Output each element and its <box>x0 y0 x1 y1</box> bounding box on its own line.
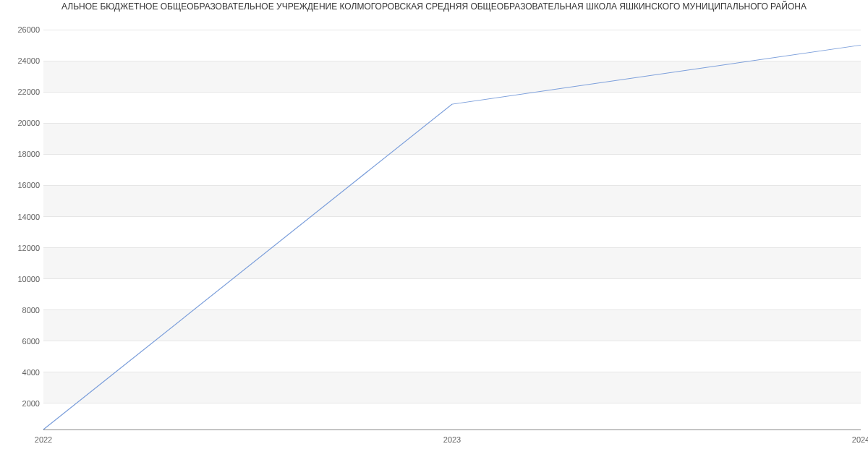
y-tick-label: 12000 <box>0 244 40 252</box>
y-tick-label: 16000 <box>0 181 40 189</box>
y-tick-label: 14000 <box>0 213 40 221</box>
chart-title: АЛЬНОЕ БЮДЖЕТНОЕ ОБЩЕОБРАЗОВАТЕЛЬНОЕ УЧР… <box>0 1 868 12</box>
y-tick-label: 26000 <box>0 25 40 34</box>
y-tick-label: 22000 <box>0 87 40 96</box>
x-tick-label: 2023 <box>443 435 461 444</box>
x-tick-label: 2024 <box>852 435 868 444</box>
y-tick-label: 18000 <box>0 150 40 158</box>
chart-container: 2000400060008000100001200014000160001800… <box>0 22 868 448</box>
y-tick-label: 8000 <box>0 306 40 315</box>
line-series <box>43 22 861 430</box>
y-tick-label: 6000 <box>0 337 40 346</box>
y-tick-label: 24000 <box>0 56 40 65</box>
y-tick-label: 4000 <box>0 368 40 377</box>
y-tick-label: 2000 <box>0 399 40 408</box>
plot-area <box>43 22 861 430</box>
y-tick-label: 20000 <box>0 119 40 127</box>
y-tick-label: 10000 <box>0 275 40 283</box>
x-tick-label: 2022 <box>35 435 52 444</box>
